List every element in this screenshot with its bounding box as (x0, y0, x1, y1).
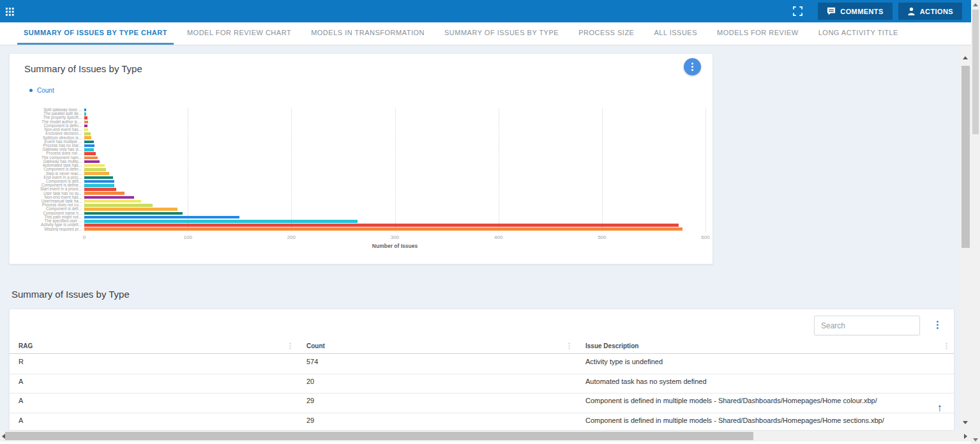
bar-27[interactable] (84, 212, 183, 215)
inner-scroll-down-arrow-icon[interactable] (963, 421, 968, 424)
bar-14[interactable] (84, 160, 100, 164)
legend-dot-icon (29, 89, 33, 92)
bar-22[interactable] (84, 192, 124, 195)
x-tick-200: 200 (287, 234, 296, 240)
search-input[interactable] (815, 316, 919, 335)
inner-scroll-up-arrow-icon[interactable] (963, 56, 968, 59)
outer-vertical-scrollbar-thumb[interactable] (972, 10, 979, 134)
cell-count: 29 (298, 413, 577, 431)
x-tick-400: 400 (494, 234, 502, 240)
actions-icon (907, 7, 916, 16)
bar-8[interactable] (84, 136, 91, 139)
inner-vertical-scrollbar-thumb[interactable] (961, 66, 970, 248)
tab-model-for-review-chart[interactable]: MODEL FOR REVIEW CHART (181, 22, 298, 45)
bar-21[interactable] (84, 188, 116, 191)
tab-process-size[interactable]: PROCESS SIZE (572, 22, 640, 45)
column-menu-icon[interactable]: ⋮ (566, 342, 573, 350)
x-tick-0: 0 (83, 234, 86, 240)
legend-item-count[interactable]: Count (29, 87, 54, 94)
horizontal-scrollbar-thumb[interactable] (5, 432, 753, 440)
table-menu-button[interactable] (937, 321, 939, 329)
cell-issue-description: Activity type is undefined (577, 355, 954, 374)
top-bar: COMMENTS ACTIONS (0, 0, 980, 22)
tab-bar: SUMMARY OF ISSUES BY TYPE CHARTMODEL FOR… (0, 22, 980, 45)
x-tick-500: 500 (598, 234, 606, 240)
comments-button[interactable]: COMMENTS (818, 3, 892, 20)
y-axis-label: Missing required pr... (19, 227, 84, 231)
bar-17[interactable] (84, 172, 109, 175)
outer-vertical-scrollbar[interactable] (971, 0, 980, 444)
cell-rag: A (10, 374, 298, 394)
fullscreen-icon (793, 6, 803, 16)
bar-26[interactable] (84, 208, 177, 211)
app-menu-icon[interactable] (5, 7, 14, 16)
bar-1[interactable] (84, 109, 86, 112)
fullscreen-button[interactable] (789, 3, 806, 20)
bar-29[interactable] (84, 220, 358, 223)
bar-9[interactable] (84, 141, 94, 144)
horizontal-scrollbar[interactable] (0, 431, 971, 441)
column-menu-icon[interactable]: ⋮ (943, 342, 950, 350)
bar-2[interactable] (84, 112, 86, 116)
cell-rag: A (10, 394, 298, 413)
actions-button[interactable]: ACTIONS (898, 3, 962, 20)
scroll-to-top-button[interactable]: ↑ (937, 402, 943, 413)
cell-count: 29 (298, 394, 577, 413)
bar-28[interactable] (84, 216, 239, 219)
column-header-label: Count (306, 342, 325, 349)
table-row[interactable]: A29Component is defined in multiple mode… (10, 394, 954, 413)
bar-16[interactable] (84, 168, 106, 171)
cell-rag: R (10, 355, 298, 374)
column-header-rag[interactable]: RAG⋮ (10, 342, 298, 353)
x-axis-title: Number of Issues (84, 243, 705, 249)
bar-7[interactable] (84, 132, 91, 135)
table-row[interactable]: A20Automated task has no system defined (10, 374, 954, 394)
table-row[interactable]: A29Component is defined in multiple mode… (10, 413, 954, 431)
bar-3[interactable] (84, 116, 87, 119)
bar-23[interactable] (84, 196, 134, 199)
cell-count: 20 (298, 374, 577, 394)
cell-count: 574 (298, 355, 577, 374)
chart-menu-button[interactable] (684, 58, 701, 75)
column-header-issue-description[interactable]: Issue Description⋮ (577, 342, 954, 353)
bar-15[interactable] (84, 164, 105, 167)
bar-18[interactable] (84, 176, 113, 180)
bar-4[interactable] (84, 121, 88, 124)
x-axis-ticks: 0100200300400500600 (84, 234, 705, 242)
column-menu-icon[interactable]: ⋮ (287, 342, 294, 350)
tab-summary-of-issues-by-type[interactable]: SUMMARY OF ISSUES BY TYPE (438, 22, 565, 45)
table-card: RAG⋮Count⋮Issue Description⋮ R574Activit… (9, 309, 954, 431)
bar-25[interactable] (84, 204, 153, 207)
tab-models-in-transformation[interactable]: MODELS IN TRANSFORMATION (305, 22, 431, 45)
outer-scroll-up-arrow-icon[interactable] (973, 3, 978, 6)
bar-20[interactable] (84, 184, 114, 187)
bar-30[interactable] (84, 224, 679, 227)
tab-models-for-review[interactable]: MODELS FOR REVIEW (711, 22, 805, 45)
content-area: Summary of Issues by Type Count Split ga… (0, 45, 971, 431)
chart-title: Summary of Issues by Type (24, 63, 142, 74)
bar-10[interactable] (84, 144, 94, 148)
bar-5[interactable] (84, 125, 87, 128)
bar-19[interactable] (84, 180, 114, 183)
tab-long-activity-title[interactable]: LONG ACTIVITY TITLE (812, 22, 905, 45)
bar-6[interactable] (84, 128, 88, 132)
bar-31[interactable] (84, 227, 682, 231)
actions-label: ACTIONS (920, 8, 953, 15)
tab-summary-of-issues-by-type-chart[interactable]: SUMMARY OF ISSUES BY TYPE CHART (17, 22, 174, 45)
y-axis-labels: Split gateway does ...The parallel split… (19, 108, 84, 231)
search-box (814, 316, 920, 335)
legend-label: Count (37, 87, 54, 94)
inner-vertical-scrollbar[interactable] (960, 45, 971, 431)
tab-all-issues[interactable]: ALL ISSUES (647, 22, 704, 45)
bar-11[interactable] (84, 148, 94, 151)
column-header-label: RAG (19, 342, 33, 349)
column-header-count[interactable]: Count⋮ (298, 342, 577, 353)
outer-scroll-down-arrow-icon[interactable] (973, 438, 978, 441)
table-section-heading: Summary of Issues by Type (11, 289, 130, 300)
scroll-right-arrow-icon[interactable] (964, 434, 967, 439)
bar-24[interactable] (84, 200, 141, 203)
plot-area (84, 108, 705, 231)
table-row[interactable]: R574Activity type is undefined (10, 355, 954, 374)
bar-12[interactable] (84, 152, 96, 155)
bar-13[interactable] (84, 157, 98, 160)
